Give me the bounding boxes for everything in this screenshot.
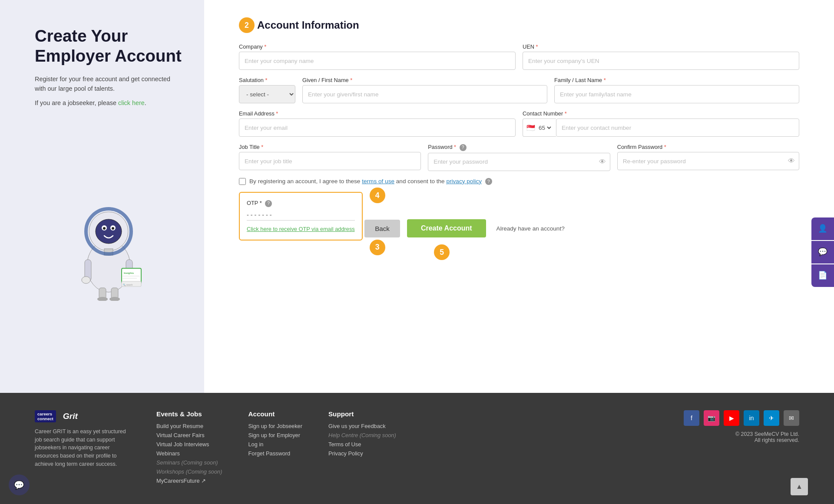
uen-input[interactable] — [523, 52, 799, 70]
name-row: Salutation * - select - Mr. Ms. Mrs. Dr.… — [239, 77, 799, 103]
email-icon[interactable]: ✉ — [784, 410, 799, 426]
lastname-input[interactable] — [554, 85, 799, 103]
otp-info-icon[interactable]: ? — [265, 200, 272, 207]
list-item: Webinars — [156, 450, 222, 457]
password-group: Password * ? 👁 — [428, 144, 610, 171]
description2: If you are a jobseeker, please click her… — [35, 99, 182, 108]
lastname-label: Family / Last Name * — [554, 77, 799, 83]
rights-text: All rights reserved. — [684, 437, 799, 443]
svg-point-19 — [97, 297, 108, 301]
salutation-group: Salutation * - select - Mr. Ms. Mrs. Dr. — [239, 77, 295, 103]
password-wrapper: 👁 — [428, 153, 610, 171]
live-chat-button[interactable]: 💬 — [9, 474, 30, 495]
youtube-icon[interactable]: ▶ — [724, 410, 739, 426]
grit-logo: Grit — [63, 412, 78, 421]
mascot-area: Insights 🔍 search — [35, 122, 182, 376]
list-item: Log in — [248, 441, 302, 448]
list-item: MyCareersFuture ↗ — [156, 478, 222, 484]
password-label: Password * ? — [428, 144, 610, 151]
footer-events: Events & Jobs Build your Resume Virtual … — [156, 410, 222, 487]
contact-input-row: 🇸🇬 65 — [523, 119, 799, 137]
privacy-policy-link[interactable]: privacy policy — [446, 178, 482, 184]
svg-point-10 — [82, 277, 90, 283]
company-group: Company * — [239, 43, 516, 70]
floating-document-btn[interactable]: 📄 — [811, 264, 834, 287]
uen-label: UEN * — [523, 43, 799, 50]
contact-group: Contact Number * 🇸🇬 65 — [523, 110, 799, 137]
left-panel: Create Your Employer Account Register fo… — [0, 0, 204, 393]
floating-buttons: 👤 💬 📄 — [811, 217, 834, 287]
click-here-link[interactable]: click here — [118, 99, 145, 106]
confirm-password-label: Confirm Password * — [617, 144, 799, 150]
job-password-row: Job Title * Password * ? 👁 Confirm Passw… — [239, 144, 799, 171]
create-account-button[interactable]: Create Account — [407, 219, 486, 237]
footer-support: Support Give us your Feedback Help Centr… — [328, 410, 396, 487]
terms-of-use-link[interactable]: terms of use — [362, 178, 394, 184]
otp-section: OTP * ? Click here to receive OTP via em… — [239, 192, 363, 240]
svg-point-20 — [109, 297, 120, 301]
support-list: Give us your Feedback Help Centre (Comin… — [328, 423, 396, 457]
telegram-icon[interactable]: ✈ — [764, 410, 779, 426]
list-item: Seminars (Coming soon) — [156, 459, 222, 466]
social-icons-row: f 📷 ▶ in ✈ ✉ — [684, 410, 799, 426]
password-info-icon[interactable]: ? — [460, 144, 467, 151]
linkedin-icon[interactable]: in — [744, 410, 759, 426]
svg-point-6 — [112, 227, 114, 230]
password-input[interactable] — [428, 153, 610, 171]
list-item: Terms of Use — [328, 441, 396, 448]
list-item: Build your Resume — [156, 423, 222, 429]
list-item: Privacy Policy — [328, 450, 396, 457]
lastname-group: Family / Last Name * — [554, 77, 799, 103]
jobtitle-input[interactable] — [239, 152, 421, 170]
company-uen-row: Company * UEN * — [239, 43, 799, 70]
terms-checkbox[interactable] — [239, 178, 246, 185]
salutation-select[interactable]: - select - Mr. Ms. Mrs. Dr. — [239, 85, 295, 103]
account-list: Sign up for Jobseeker Sign up for Employ… — [248, 423, 302, 457]
facebook-icon[interactable]: f — [684, 410, 699, 426]
events-title: Events & Jobs — [156, 410, 222, 418]
salutation-label: Salutation * — [239, 77, 295, 83]
svg-point-2 — [96, 219, 122, 244]
otp-receive-link[interactable]: Click here to receive OTP via email addr… — [247, 226, 355, 232]
contact-label: Contact Number * — [523, 110, 799, 117]
confirm-password-eye-icon[interactable]: 👁 — [788, 157, 795, 165]
otp-input[interactable] — [247, 210, 355, 221]
confirm-password-input[interactable] — [617, 152, 799, 170]
list-item: Virtual Career Fairs — [156, 432, 222, 438]
footer-brand: careersconnect Grit Career GRIT is an ea… — [35, 410, 130, 487]
already-account-text: Already have an account? — [496, 225, 565, 232]
firstname-input[interactable] — [302, 85, 547, 103]
jobtitle-label: Job Title * — [239, 144, 421, 150]
company-label: Company * — [239, 43, 516, 50]
email-contact-row: Email Address * Contact Number * 🇸🇬 65 — [239, 110, 799, 137]
privacy-info-icon[interactable]: ? — [485, 178, 492, 185]
firstname-group: Given / First Name * — [302, 77, 547, 103]
password-eye-icon[interactable]: 👁 — [599, 158, 606, 166]
copyright-text: © 2023 SeeMeCV Pte Ltd. — [684, 431, 799, 437]
list-item: Workshops (Coming soon) — [156, 468, 222, 475]
list-item: Virtual Job Interviews — [156, 441, 222, 448]
country-code-selector[interactable]: 🇸🇬 65 — [523, 119, 556, 137]
footer-right: f 📷 ▶ in ✈ ✉ © 2023 SeeMeCV Pte Ltd. All… — [684, 410, 799, 487]
terms-row: By registering an account, I agree to th… — [239, 178, 799, 185]
support-title: Support — [328, 410, 396, 418]
country-code-select[interactable]: 65 — [537, 119, 553, 137]
email-group: Email Address * — [239, 110, 516, 137]
right-panel: 2 Account Information Company * UEN * Sa… — [204, 0, 834, 393]
list-item: Give us your Feedback — [328, 423, 396, 429]
floating-profile-btn[interactable]: 👤 — [811, 217, 834, 240]
uen-group: UEN * — [523, 43, 799, 70]
list-item: Sign up for Employer — [248, 432, 302, 438]
instagram-icon[interactable]: 📷 — [704, 410, 719, 426]
back-button[interactable]: Back — [364, 220, 400, 237]
company-input[interactable] — [239, 52, 516, 70]
svg-text:🔍 search: 🔍 search — [123, 283, 133, 287]
email-input[interactable] — [239, 119, 516, 137]
mascot-illustration: Insights 🔍 search — [61, 197, 156, 301]
account-title: Account — [248, 410, 302, 418]
floating-chat-btn[interactable]: 💬 — [811, 241, 834, 264]
contact-number-input[interactable] — [556, 119, 799, 137]
section-title: Account Information — [257, 19, 359, 31]
step3-badge: 3 — [370, 240, 385, 255]
scroll-top-button[interactable]: ▲ — [791, 478, 808, 495]
